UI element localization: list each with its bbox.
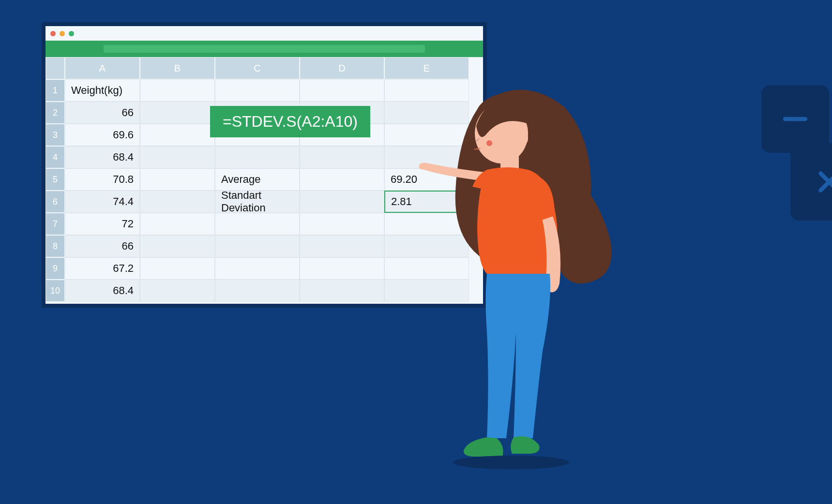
svg-point-10	[518, 132, 528, 145]
formula-callout: =STDEV.S(A2:A10)	[210, 106, 370, 137]
titlebar	[45, 26, 483, 41]
row-header[interactable]: 7	[45, 213, 65, 235]
cell[interactable]	[140, 168, 215, 191]
cell[interactable]	[300, 213, 384, 235]
row-header[interactable]: 2	[45, 102, 65, 124]
cell-c6[interactable]: Standart Deviation	[215, 191, 300, 213]
cell-a10[interactable]: 68.4	[65, 280, 140, 302]
col-header-e[interactable]: E	[384, 57, 469, 79]
row-header[interactable]: 6	[45, 191, 65, 213]
times-tile	[790, 143, 832, 221]
col-header-d[interactable]: D	[300, 57, 384, 79]
cell[interactable]	[300, 235, 384, 257]
cell[interactable]	[215, 146, 300, 168]
col-header-a[interactable]: A	[65, 57, 140, 79]
times-icon	[812, 165, 832, 199]
row-header[interactable]: 5	[45, 168, 65, 191]
cell-a9[interactable]: 67.2	[65, 257, 140, 280]
cell[interactable]	[140, 280, 215, 302]
cell[interactable]	[140, 146, 215, 168]
cell[interactable]	[140, 102, 215, 124]
cell-a7[interactable]: 72	[65, 213, 140, 235]
row-header[interactable]: 3	[45, 124, 65, 146]
row-header[interactable]: 9	[45, 257, 65, 280]
minus-tile	[761, 85, 829, 153]
zoom-icon[interactable]	[69, 31, 74, 36]
ribbon	[45, 41, 483, 57]
cell[interactable]	[215, 257, 300, 280]
col-header-c[interactable]: C	[215, 57, 300, 79]
cell[interactable]	[215, 213, 300, 235]
close-icon[interactable]	[50, 31, 56, 36]
cell[interactable]	[140, 257, 215, 280]
svg-point-12	[453, 456, 569, 469]
cell[interactable]	[140, 235, 215, 257]
cell[interactable]	[215, 235, 300, 257]
cell-a2[interactable]: 66	[65, 102, 140, 124]
cell-a5[interactable]: 70.8	[65, 168, 140, 191]
row-header[interactable]: 10	[45, 280, 65, 302]
cell-a3[interactable]: 69.6	[65, 124, 140, 146]
cell[interactable]	[140, 79, 215, 102]
cell[interactable]	[215, 79, 300, 102]
cell-a4[interactable]: 68.4	[65, 146, 140, 168]
formula-bar[interactable]	[104, 45, 425, 53]
cell-a1[interactable]: Weight(kg)	[65, 79, 140, 102]
corner-cell	[45, 57, 65, 79]
row-header[interactable]: 1	[45, 79, 65, 102]
cell-a8[interactable]: 66	[65, 235, 140, 257]
cell-c5[interactable]: Average	[215, 168, 300, 191]
cell[interactable]	[140, 124, 215, 146]
cell[interactable]	[140, 213, 215, 235]
svg-point-11	[486, 140, 492, 146]
row-header[interactable]: 8	[45, 235, 65, 257]
cell[interactable]	[300, 191, 384, 213]
person-illustration	[419, 80, 627, 477]
cell[interactable]	[300, 168, 384, 191]
row-header[interactable]: 4	[45, 146, 65, 168]
cell[interactable]	[140, 191, 215, 213]
spreadsheet-grid: A B C D E 1 Weight(kg) 2 66 3 69.6	[45, 57, 483, 302]
cell[interactable]	[300, 280, 384, 302]
cell[interactable]	[215, 280, 300, 302]
cell-a6[interactable]: 74.4	[65, 191, 140, 213]
col-header-b[interactable]: B	[140, 57, 215, 79]
cell[interactable]	[300, 79, 384, 102]
minus-icon	[778, 102, 812, 136]
cell[interactable]	[300, 146, 384, 168]
minimize-icon[interactable]	[60, 31, 65, 36]
cell[interactable]	[300, 257, 384, 280]
